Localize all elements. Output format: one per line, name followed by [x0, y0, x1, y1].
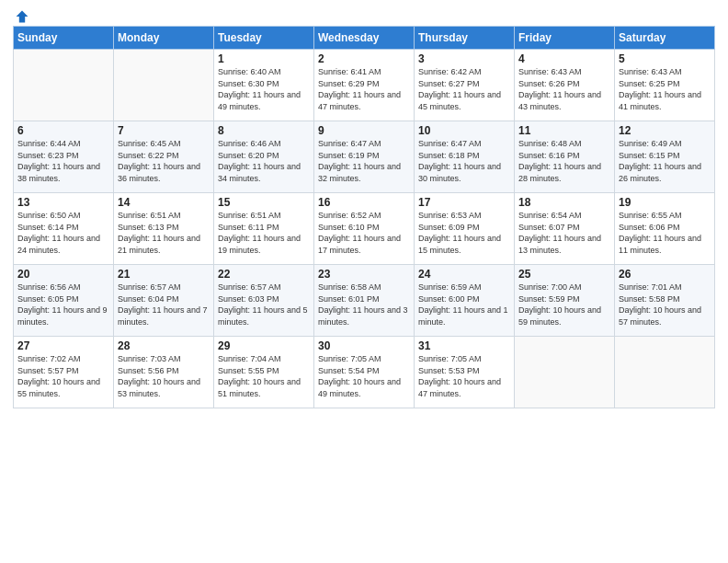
day-info: Sunrise: 6:44 AM Sunset: 6:23 PM Dayligh…: [17, 138, 109, 184]
day-number: 16: [318, 196, 410, 209]
calendar-week-2: 13Sunrise: 6:50 AM Sunset: 6:14 PM Dayli…: [14, 193, 715, 265]
day-info: Sunrise: 6:51 AM Sunset: 6:11 PM Dayligh…: [218, 210, 310, 256]
day-info: Sunrise: 6:55 AM Sunset: 6:06 PM Dayligh…: [619, 210, 711, 256]
day-number: 4: [518, 52, 610, 65]
calendar-table: SundayMondayTuesdayWednesdayThursdayFrid…: [13, 26, 715, 408]
day-info: Sunrise: 7:03 AM Sunset: 5:56 PM Dayligh…: [118, 353, 210, 399]
calendar-header-thursday: Thursday: [415, 27, 515, 50]
calendar-cell: 31Sunrise: 7:05 AM Sunset: 5:53 PM Dayli…: [415, 337, 515, 408]
day-number: 7: [118, 124, 210, 137]
day-info: Sunrise: 7:01 AM Sunset: 5:58 PM Dayligh…: [619, 282, 711, 327]
calendar-cell: 28Sunrise: 7:03 AM Sunset: 5:56 PM Dayli…: [114, 337, 214, 408]
day-info: Sunrise: 6:40 AM Sunset: 6:30 PM Dayligh…: [218, 66, 310, 112]
calendar-cell: 13Sunrise: 6:50 AM Sunset: 6:14 PM Dayli…: [14, 193, 114, 265]
day-info: Sunrise: 6:52 AM Sunset: 6:10 PM Dayligh…: [318, 210, 410, 256]
day-info: Sunrise: 6:50 AM Sunset: 6:14 PM Dayligh…: [17, 210, 109, 256]
calendar-cell: 6Sunrise: 6:44 AM Sunset: 6:23 PM Daylig…: [14, 121, 114, 193]
calendar-cell: [515, 337, 615, 408]
calendar-cell: 22Sunrise: 6:57 AM Sunset: 6:03 PM Dayli…: [214, 265, 314, 337]
calendar-cell: 30Sunrise: 7:05 AM Sunset: 5:54 PM Dayli…: [314, 337, 415, 408]
day-number: 17: [418, 196, 510, 209]
calendar-week-3: 20Sunrise: 6:56 AM Sunset: 6:05 PM Dayli…: [14, 265, 715, 337]
calendar-cell: 12Sunrise: 6:49 AM Sunset: 6:15 PM Dayli…: [615, 121, 715, 193]
day-info: Sunrise: 6:43 AM Sunset: 6:25 PM Dayligh…: [619, 66, 711, 112]
day-info: Sunrise: 6:42 AM Sunset: 6:27 PM Dayligh…: [418, 66, 510, 112]
day-number: 8: [218, 124, 310, 137]
calendar-week-1: 6Sunrise: 6:44 AM Sunset: 6:23 PM Daylig…: [14, 121, 715, 193]
calendar-cell: [615, 337, 715, 408]
day-info: Sunrise: 6:58 AM Sunset: 6:01 PM Dayligh…: [318, 282, 410, 327]
day-info: Sunrise: 6:47 AM Sunset: 6:18 PM Dayligh…: [418, 138, 510, 184]
day-number: 10: [418, 124, 510, 137]
day-number: 25: [518, 268, 610, 281]
calendar-cell: 29Sunrise: 7:04 AM Sunset: 5:55 PM Dayli…: [214, 337, 314, 408]
calendar-cell: 24Sunrise: 6:59 AM Sunset: 6:00 PM Dayli…: [415, 265, 515, 337]
day-number: 24: [418, 268, 510, 281]
day-number: 23: [318, 268, 410, 281]
day-number: 13: [17, 196, 109, 209]
day-number: 11: [518, 124, 610, 137]
calendar-cell: 26Sunrise: 7:01 AM Sunset: 5:58 PM Dayli…: [615, 265, 715, 337]
day-info: Sunrise: 6:48 AM Sunset: 6:16 PM Dayligh…: [518, 138, 610, 184]
day-info: Sunrise: 6:54 AM Sunset: 6:07 PM Dayligh…: [518, 210, 610, 256]
day-number: 2: [318, 52, 410, 65]
calendar-cell: 20Sunrise: 6:56 AM Sunset: 6:05 PM Dayli…: [14, 265, 114, 337]
calendar-cell: [114, 50, 214, 121]
calendar-cell: 23Sunrise: 6:58 AM Sunset: 6:01 PM Dayli…: [314, 265, 415, 337]
day-number: 22: [218, 268, 310, 281]
svg-marker-0: [17, 11, 28, 23]
logo: [13, 9, 29, 20]
day-number: 9: [318, 124, 410, 137]
calendar-cell: 4Sunrise: 6:43 AM Sunset: 6:26 PM Daylig…: [515, 50, 615, 121]
calendar-cell: 15Sunrise: 6:51 AM Sunset: 6:11 PM Dayli…: [214, 193, 314, 265]
calendar-cell: 8Sunrise: 6:46 AM Sunset: 6:20 PM Daylig…: [214, 121, 314, 193]
calendar-cell: 2Sunrise: 6:41 AM Sunset: 6:29 PM Daylig…: [314, 50, 415, 121]
calendar-week-0: 1Sunrise: 6:40 AM Sunset: 6:30 PM Daylig…: [14, 50, 715, 121]
calendar-week-4: 27Sunrise: 7:02 AM Sunset: 5:57 PM Dayli…: [14, 337, 715, 408]
day-number: 5: [619, 52, 711, 65]
calendar-cell: 14Sunrise: 6:51 AM Sunset: 6:13 PM Dayli…: [114, 193, 214, 265]
calendar-cell: 21Sunrise: 6:57 AM Sunset: 6:04 PM Dayli…: [114, 265, 214, 337]
day-number: 18: [518, 196, 610, 209]
calendar-header-friday: Friday: [515, 27, 615, 50]
day-number: 27: [17, 339, 109, 352]
day-info: Sunrise: 6:57 AM Sunset: 6:04 PM Dayligh…: [118, 282, 210, 327]
calendar-cell: 7Sunrise: 6:45 AM Sunset: 6:22 PM Daylig…: [114, 121, 214, 193]
calendar-header-monday: Monday: [114, 27, 214, 50]
day-number: 14: [118, 196, 210, 209]
day-number: 28: [118, 339, 210, 352]
day-info: Sunrise: 6:59 AM Sunset: 6:00 PM Dayligh…: [418, 282, 510, 327]
day-info: Sunrise: 6:46 AM Sunset: 6:20 PM Dayligh…: [218, 138, 310, 184]
page: SundayMondayTuesdayWednesdayThursdayFrid…: [0, 0, 728, 563]
calendar-cell: 9Sunrise: 6:47 AM Sunset: 6:19 PM Daylig…: [314, 121, 415, 193]
calendar-cell: 27Sunrise: 7:02 AM Sunset: 5:57 PM Dayli…: [14, 337, 114, 408]
day-number: 12: [619, 124, 711, 137]
calendar-header-sunday: Sunday: [14, 27, 114, 50]
day-number: 21: [118, 268, 210, 281]
calendar-cell: 5Sunrise: 6:43 AM Sunset: 6:25 PM Daylig…: [615, 50, 715, 121]
calendar-cell: [14, 50, 114, 121]
day-info: Sunrise: 6:53 AM Sunset: 6:09 PM Dayligh…: [418, 210, 510, 256]
day-number: 31: [418, 339, 510, 352]
day-info: Sunrise: 7:05 AM Sunset: 5:53 PM Dayligh…: [418, 353, 510, 399]
day-number: 19: [619, 196, 711, 209]
calendar-cell: 16Sunrise: 6:52 AM Sunset: 6:10 PM Dayli…: [314, 193, 415, 265]
calendar-cell: 17Sunrise: 6:53 AM Sunset: 6:09 PM Dayli…: [415, 193, 515, 265]
day-number: 3: [418, 52, 510, 65]
calendar-header-row: SundayMondayTuesdayWednesdayThursdayFrid…: [14, 27, 715, 50]
calendar-header-tuesday: Tuesday: [214, 27, 314, 50]
day-info: Sunrise: 6:41 AM Sunset: 6:29 PM Dayligh…: [318, 66, 410, 112]
calendar-header-wednesday: Wednesday: [314, 27, 415, 50]
calendar-cell: 25Sunrise: 7:00 AM Sunset: 5:59 PM Dayli…: [515, 265, 615, 337]
day-info: Sunrise: 6:47 AM Sunset: 6:19 PM Dayligh…: [318, 138, 410, 184]
day-number: 6: [17, 124, 109, 137]
calendar-cell: 3Sunrise: 6:42 AM Sunset: 6:27 PM Daylig…: [415, 50, 515, 121]
day-info: Sunrise: 6:57 AM Sunset: 6:03 PM Dayligh…: [218, 282, 310, 327]
logo-icon: [15, 9, 29, 24]
calendar-cell: 18Sunrise: 6:54 AM Sunset: 6:07 PM Dayli…: [515, 193, 615, 265]
calendar-header-saturday: Saturday: [615, 27, 715, 50]
day-info: Sunrise: 7:05 AM Sunset: 5:54 PM Dayligh…: [318, 353, 410, 399]
day-info: Sunrise: 7:00 AM Sunset: 5:59 PM Dayligh…: [518, 282, 610, 327]
day-number: 30: [318, 339, 410, 352]
day-number: 29: [218, 339, 310, 352]
